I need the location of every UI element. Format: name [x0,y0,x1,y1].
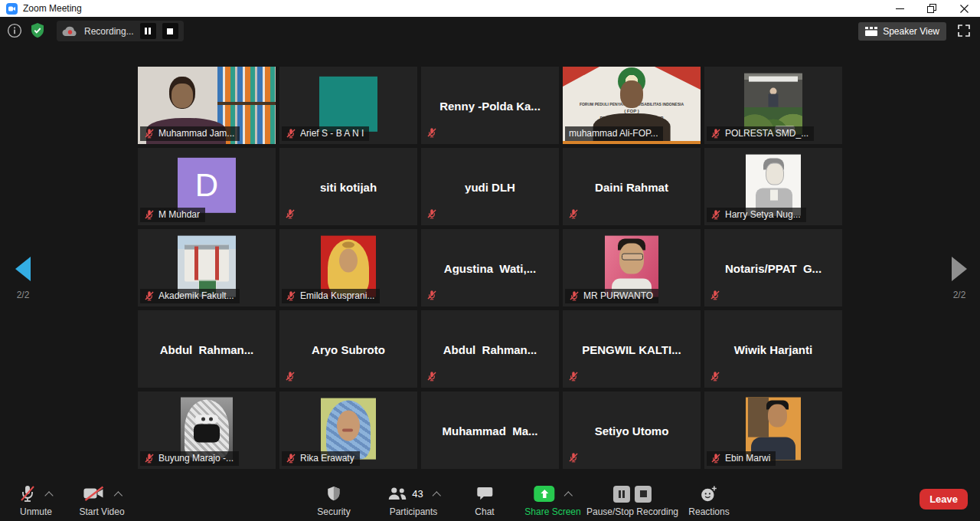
participant-tile[interactable]: Setiyo Utomo [563,392,701,469]
participant-name: Rika Erawaty [300,453,354,464]
encryption-shield-icon[interactable] [30,22,45,42]
previous-page-button[interactable]: 2/2 [10,257,36,300]
participants-button[interactable]: 43 Participants [387,484,439,517]
participant-nameplate: Ebin Marwi [707,451,776,466]
muted-mic-icon [710,128,721,139]
participant-name: Muhammad Ma... [424,424,557,437]
reactions-button[interactable]: Reactions [688,484,729,517]
participant-tile[interactable]: yudi DLH [421,148,559,225]
participant-tile[interactable]: Muhammad Ma... [421,392,559,469]
participant-name: Akademik Fakult... [158,290,234,301]
security-shield-icon [326,486,341,502]
participant-tile[interactable]: Agustina Wati,... [421,229,559,306]
pause-recording-icon[interactable] [140,23,156,39]
muted-mic-icon [710,209,721,220]
stop-recording-button-icon[interactable] [635,486,652,503]
chat-button[interactable]: Chat [475,484,494,517]
participant-name: Renny -Polda Ka... [424,99,557,112]
recording-cloud-icon [62,25,78,37]
muted-mic-icon [426,290,438,301]
security-button[interactable]: Security [317,484,350,517]
unmute-button[interactable]: Unmute [20,484,52,517]
meeting-toolbar: Unmute Start Video Security [0,477,980,521]
participant-name: PENGWIL KALTI... [566,342,698,356]
participant-tile[interactable]: Wiwik Harjanti [704,310,842,388]
share-screen-button[interactable]: Share Screen [524,484,580,517]
reactions-label: Reactions [688,506,729,517]
stop-recording-icon[interactable] [162,23,178,39]
participant-avatar [746,397,801,460]
participant-name: Agustina Wati,... [424,261,557,274]
previous-page-icon [15,257,31,281]
share-options-chevron-icon[interactable] [564,491,573,500]
video-options-chevron-icon[interactable] [113,491,122,500]
participant-avatar [605,235,658,297]
audio-options-chevron-icon[interactable] [44,491,53,500]
page-indicator-left: 2/2 [10,290,36,300]
participant-tile[interactable]: siti kotijah [279,148,417,225]
meeting-info-icon[interactable] [7,23,22,41]
muted-mic-icon [426,208,438,220]
participant-tile[interactable]: Harry Setya Nug... [704,148,842,225]
muted-mic-icon [144,209,155,220]
participant-tile[interactable]: Notaris/PPAT G... [704,229,842,306]
participant-tile[interactable]: Abdul Rahman... [138,310,276,388]
participant-tile[interactable]: Renny -Polda Ka... [421,67,559,144]
next-page-button[interactable]: 2/2 [946,257,972,300]
participant-tile[interactable]: Emilda Kusprani... [279,229,417,306]
participant-tile[interactable]: Buyung Marajo -... [138,392,276,469]
muted-mic-icon [286,453,296,464]
chat-label: Chat [475,506,494,517]
participant-tile[interactable]: Aryo Subroto [279,310,417,388]
participant-name: Abdul Rahman... [424,342,557,356]
participant-name: Arief S - B A N I [300,128,364,139]
participant-name: M Muhdar [158,209,200,220]
participant-grid: Muhammad Jam...Arief S - B A N IRenny -P… [138,67,842,469]
participant-tile[interactable]: DM Muhdar [138,148,276,225]
muted-mic-icon [286,128,296,139]
reactions-icon [701,485,718,503]
participant-name: muhammad Ali-FOP... [569,128,658,139]
participant-avatar [178,235,236,297]
participant-tile[interactable]: Daini Rahmat [563,148,701,225]
participant-tile[interactable]: Arief S - B A N I [279,67,417,144]
muted-mic-icon [426,127,438,139]
recording-indicator: Recording... [57,21,184,41]
close-button[interactable] [948,0,980,17]
participants-chevron-icon[interactable] [433,491,441,500]
participant-tile[interactable]: Ebin Marwi [704,392,842,469]
security-label: Security [317,506,350,517]
participant-tile[interactable]: MR PURWANTO [563,229,701,306]
participant-name: Aryo Subroto [283,342,415,356]
participant-tile[interactable]: Muhammad Jam... [138,67,276,144]
muted-mic-icon [144,453,155,464]
participant-tile[interactable]: Rika Erawaty [279,392,417,469]
leave-button[interactable]: Leave [920,489,968,510]
participant-name: MR PURWANTO [583,290,653,301]
restore-button[interactable] [916,0,948,17]
page-indicator-right: 2/2 [946,290,972,300]
muted-mic-icon [568,452,580,464]
participant-avatar [321,235,376,297]
share-screen-label: Share Screen [524,506,580,517]
muted-mic-icon [569,290,580,301]
participant-nameplate: POLRESTA SMD_... [707,126,814,141]
participant-tile[interactable]: Abdul Rahman... [421,310,559,388]
minimize-button[interactable] [884,0,916,17]
participant-avatar [744,73,802,134]
participant-tile[interactable]: POLRESTA SMD_... [704,67,842,144]
muted-mic-icon [285,371,296,382]
pause-recording-button-icon[interactable] [613,486,630,503]
participant-tile[interactable]: Akademik Fakult... [138,229,276,306]
pause-stop-recording-label: Pause/Stop Recording [586,506,678,517]
participant-tile[interactable]: FORUM PEDULI PENYANDANG DISABILITAS INDO… [563,67,701,144]
participant-nameplate: MR PURWANTO [565,289,658,303]
start-video-button[interactable]: Start Video [79,484,124,517]
participant-tile[interactable]: PENGWIL KALTI... [563,310,701,388]
fullscreen-icon[interactable] [958,25,970,40]
participant-name: POLRESTA SMD_... [725,128,808,139]
participant-avatar [746,154,801,215]
participant-name: siti kotijah [283,180,415,193]
pause-stop-recording-button[interactable]: Pause/Stop Recording [586,484,678,517]
speaker-view-button[interactable]: Speaker View [858,22,946,41]
